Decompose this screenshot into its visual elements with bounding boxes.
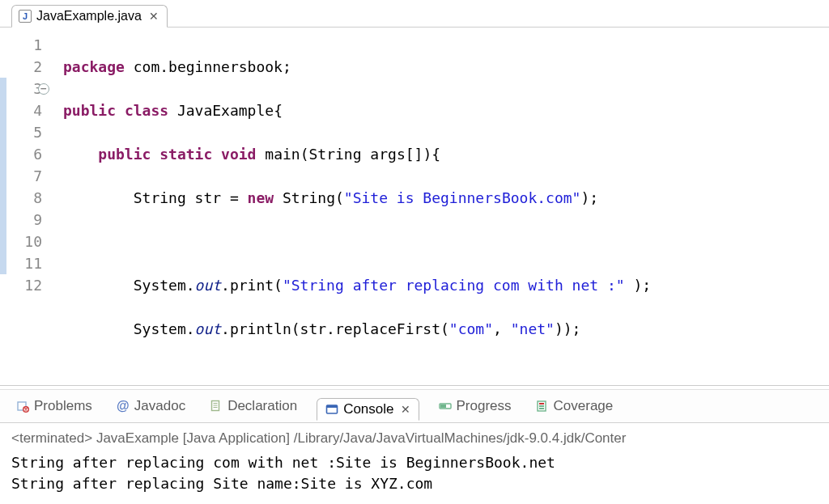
- fold-toggle-icon[interactable]: −: [38, 83, 49, 95]
- editor-tab-bar: J JavaExample.java ✕: [0, 0, 829, 28]
- console-panel: <terminated> JavaExample [Java Applicati…: [0, 423, 829, 504]
- close-icon[interactable]: ✕: [149, 10, 159, 23]
- code-line: package com.beginnersbook;: [63, 56, 829, 78]
- editor-tab-active[interactable]: J JavaExample.java ✕: [11, 5, 168, 28]
- javadoc-icon: @: [117, 400, 130, 413]
- console-output-line: String after replacing com with net :Sit…: [11, 452, 818, 473]
- svg-rect-6: [440, 404, 446, 408]
- java-file-icon: J: [19, 10, 32, 23]
- console-icon: [325, 403, 338, 416]
- editor-tab-filename: JavaExample.java: [36, 9, 142, 23]
- code-line: [63, 231, 829, 252]
- line-number: 11: [0, 252, 42, 274]
- code-line: System.out.println(str.replaceFirst("com…: [63, 318, 829, 340]
- console-output-line: String after replacing Site name:Site is…: [11, 473, 818, 494]
- tab-declaration[interactable]: Declaration: [205, 396, 302, 416]
- line-number: 2: [0, 56, 42, 78]
- line-number: 10: [0, 231, 42, 252]
- code-line: String str = new String("Site is Beginne…: [63, 187, 829, 209]
- code-editor[interactable]: 1 2 3− 4 5 6 7 8 9 10 11 12 package com.…: [0, 28, 829, 385]
- line-number: 7: [0, 165, 42, 187]
- code-line: [63, 362, 829, 383]
- svg-rect-10: [539, 408, 544, 409]
- close-icon[interactable]: ✕: [401, 403, 410, 416]
- tab-label: Progress: [457, 398, 512, 414]
- tab-progress[interactable]: Progress: [434, 396, 517, 416]
- bottom-view-tabs: Problems @ Javadoc Declaration Console ✕…: [0, 390, 829, 423]
- problems-icon: [16, 400, 29, 413]
- line-number: 12: [0, 274, 42, 296]
- tab-label: Console: [343, 401, 393, 417]
- line-number: 5: [0, 121, 42, 143]
- line-number: 3−: [0, 78, 42, 100]
- line-number: 8: [0, 187, 42, 209]
- line-number: 6: [0, 143, 42, 165]
- declaration-icon: [210, 400, 223, 413]
- line-number-gutter: 1 2 3− 4 5 6 7 8 9 10 11 12: [0, 34, 50, 385]
- line-number: 4: [0, 100, 42, 121]
- line-number: 9: [0, 209, 42, 231]
- tab-label: Declaration: [227, 398, 297, 414]
- tab-label: Problems: [34, 398, 92, 414]
- tab-problems[interactable]: Problems: [11, 396, 97, 416]
- code-line: public class JavaExample{: [63, 100, 829, 121]
- tab-javadoc[interactable]: @ Javadoc: [112, 396, 190, 416]
- code-line: public static void main(String args[]){: [63, 143, 829, 165]
- code-content[interactable]: package com.beginnersbook; public class …: [50, 34, 829, 385]
- console-run-header: <terminated> JavaExample [Java Applicati…: [11, 428, 818, 449]
- coverage-icon: [536, 400, 549, 413]
- svg-rect-4: [327, 405, 338, 408]
- tab-coverage[interactable]: Coverage: [531, 396, 619, 416]
- svg-rect-9: [539, 405, 544, 407]
- progress-icon: [439, 400, 452, 413]
- line-number: 1: [0, 34, 42, 56]
- svg-rect-8: [539, 403, 544, 404]
- tab-label: Coverage: [554, 398, 614, 414]
- code-line: System.out.print("String after replacing…: [63, 274, 829, 296]
- tab-console[interactable]: Console ✕: [317, 398, 419, 421]
- tab-label: Javadoc: [134, 398, 185, 414]
